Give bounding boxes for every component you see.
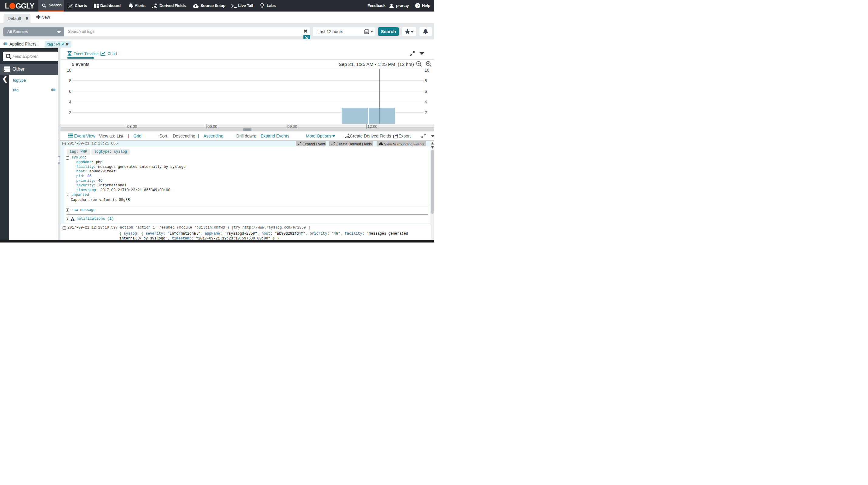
svg-text:?: ? [417, 4, 419, 8]
